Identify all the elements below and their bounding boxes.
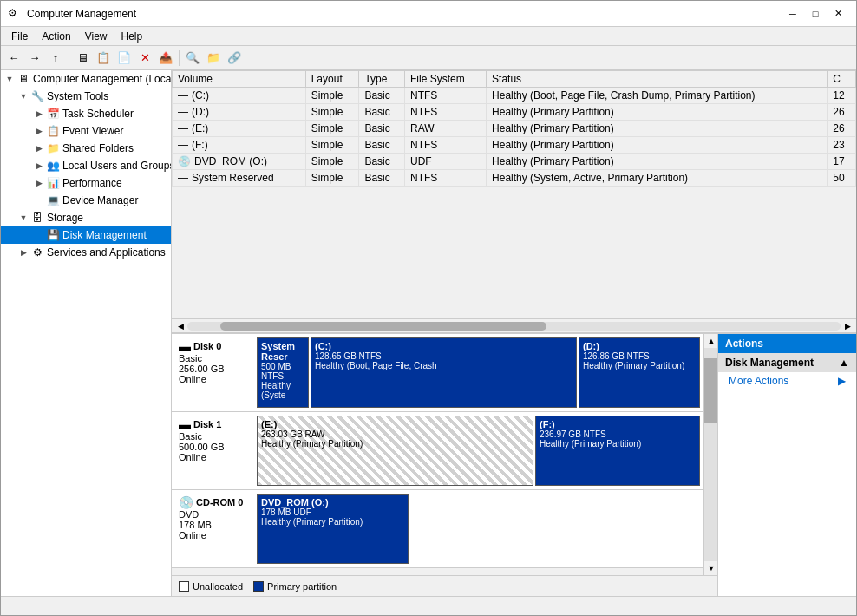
tree-item-storage[interactable]: ▼ 🗄 Storage [1,209,171,226]
col-capacity[interactable]: C [828,71,856,88]
cell-type: Basic [359,121,405,137]
table-row[interactable]: —(C:) Simple Basic NTFS Healthy (Boot, P… [173,88,856,104]
cell-volume: —(D:) [173,104,306,121]
local-users-expand-icon[interactable]: ▶ [32,161,46,170]
table-scroll[interactable]: Volume Layout Type File System Status C … [172,70,856,318]
services-icon: ⚙ [30,246,44,259]
back-button[interactable]: ← [4,49,23,68]
menu-help[interactable]: Help [114,29,150,44]
menu-bar: File Action View Help [1,27,856,46]
table-row[interactable]: —System Reserved Simple Basic NTFS Healt… [173,170,856,187]
col-volume[interactable]: Volume [173,71,306,88]
folder-button[interactable]: 📁 [204,49,223,68]
disk-row-cdrom0: 💿 CD-ROM 0 DVD 178 MB Online DVD_ROM (O:… [172,490,703,568]
cell-layout: Simple [305,121,359,137]
disk-name: ▬ Disk 0 [179,339,250,353]
tree-item-device-manager[interactable]: ▶ 💻 Device Manager [1,192,171,209]
disk-scroll-area[interactable]: ▬ Disk 0 Basic 256.00 GB Online System R… [172,334,717,575]
partition-label: System Reser [261,341,304,362]
minimize-button[interactable]: ─ [782,5,804,23]
cell-type: Basic [359,154,405,170]
table-row[interactable]: —(D:) Simple Basic NTFS Healthy (Primary… [173,104,856,121]
tree-item-performance[interactable]: ▶ 📊 Performance [1,174,171,192]
col-layout[interactable]: Layout [305,71,359,88]
actions-section: Disk Management ▲ More Actions ▶ [718,353,856,390]
delete-button[interactable]: ✕ [135,49,154,68]
partition-disk1-0[interactable]: (E:) 263.03 GB RAW Healthy (Primary Part… [257,416,533,486]
performance-expand-icon[interactable]: ▶ [32,179,46,187]
event-viewer-expand-icon[interactable]: ▶ [32,127,46,135]
h-scroll-thumb[interactable] [220,322,547,331]
storage-expand-icon[interactable]: ▼ [16,213,30,222]
cell-filesystem: RAW [405,121,487,137]
h-scroll-track[interactable] [187,322,841,331]
h-scrollbar[interactable]: ◀ ▶ [172,318,856,332]
table-row[interactable]: —(F:) Simple Basic NTFS Healthy (Primary… [173,137,856,154]
properties-button[interactable]: 📋 [94,49,113,68]
task-scheduler-expand-icon[interactable]: ▶ [32,109,46,118]
services-expand-icon[interactable]: ▶ [16,248,30,257]
more-actions-link[interactable]: More Actions ▶ [718,372,856,390]
tree-item-services[interactable]: ▶ ⚙ Services and Applications [1,244,171,261]
table-row[interactable]: —(E:) Simple Basic RAW Healthy (Primary … [173,121,856,137]
up-button[interactable]: ↑ [46,49,65,68]
v-scroll-up-btn[interactable]: ▲ [704,334,717,348]
partition-disk0-1[interactable]: (C:) 128.65 GB NTFS Healthy (Boot, Page … [311,337,577,408]
cell-type: Basic [359,88,405,104]
system-tools-expand-icon[interactable]: ▼ [16,92,30,101]
v-scroll-track[interactable] [704,348,717,561]
root-expand-icon[interactable]: ▼ [3,75,16,83]
scroll-left-btn[interactable]: ◀ [173,319,187,333]
partition-cdrom0-0[interactable]: DVD_ROM (O:) 178 MB UDF Healthy (Primary… [257,494,409,564]
partition-disk1-1[interactable]: (F:) 236.97 GB NTFS Healthy (Primary Par… [535,416,700,486]
tree-item-task-scheduler[interactable]: ▶ 📅 Task Scheduler [1,105,171,122]
local-users-icon: 👥 [46,159,60,173]
table-row[interactable]: 💿DVD_ROM (O:) Simple Basic UDF Healthy (… [173,154,856,170]
v-scroll-down-btn[interactable]: ▼ [704,561,717,575]
performance-icon: 📊 [46,176,60,190]
col-type[interactable]: Type [359,71,405,88]
disk-size: 500.00 GB [179,442,250,452]
col-filesystem[interactable]: File System [405,71,487,88]
cell-type: Basic [359,137,405,154]
forward-button[interactable]: → [25,49,44,68]
v-scrollbar[interactable]: ▲ ▼ [703,334,717,575]
menu-view[interactable]: View [78,29,114,44]
tree-item-disk-management[interactable]: ▶ 💾 Disk Management [1,226,171,244]
new-button[interactable]: 📄 [114,49,134,68]
scroll-right-btn[interactable]: ▶ [841,319,854,333]
actions-section-title[interactable]: Disk Management ▲ [718,353,856,372]
tree-item-system-tools[interactable]: ▼ 🔧 System Tools [1,88,171,105]
menu-action[interactable]: Action [35,29,77,44]
tree-item-local-users[interactable]: ▶ 👥 Local Users and Groups [1,157,171,174]
col-status[interactable]: Status [487,71,828,88]
partition-disk0-0[interactable]: System Reser 500 MB NTFS Healthy (Syste [257,337,309,408]
partition-detail1: 500 MB NTFS [261,362,304,381]
partition-detail1: 236.97 GB NTFS [540,429,696,439]
cell-status: Healthy (Primary Partition) [487,137,828,154]
v-scroll-thumb[interactable] [704,358,717,423]
main-window: ⚙ Computer Management ─ □ ✕ File Action … [0,0,857,616]
maximize-button[interactable]: □ [804,5,827,23]
cell-volume: —(C:) [173,88,306,104]
search-button[interactable]: 🔍 [183,49,202,68]
show-hide-button[interactable]: 🖥 [73,49,92,68]
tree-item-event-viewer[interactable]: ▶ 📋 Event Viewer [1,122,171,140]
main-area: ▼ 🖥 Computer Management (Local ▼ 🔧 Syste… [1,70,856,596]
disk-size: 178 MB [179,520,250,530]
partition-disk0-2[interactable]: (D:) 126.86 GB NTFS Healthy (Primary Par… [579,337,700,408]
partitions-disk0: System Reser 500 MB NTFS Healthy (Syste … [257,337,700,408]
tree-item-shared-folders[interactable]: ▶ 📁 Shared Folders [1,140,171,157]
cell-capacity: 17 [828,154,856,170]
more-actions-label: More Actions [729,375,788,387]
shared-folders-expand-icon[interactable]: ▶ [32,144,46,153]
close-button[interactable]: ✕ [827,5,849,23]
menu-file[interactable]: File [4,29,35,44]
link-button[interactable]: 🔗 [225,49,244,68]
disk-status: Online [179,530,250,541]
tree-label-device-manager: Device Manager [62,194,138,206]
export-button[interactable]: 📤 [156,49,175,68]
tree-label-storage: Storage [47,212,83,224]
cell-volume: —(E:) [173,121,306,137]
tree-root[interactable]: ▼ 🖥 Computer Management (Local [1,70,171,88]
